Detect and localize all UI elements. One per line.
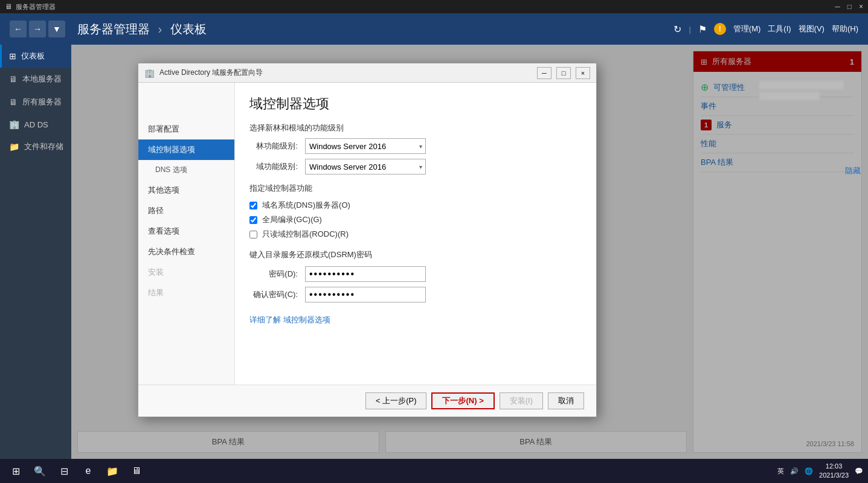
back-button[interactable]: ← [10, 21, 27, 37]
search-button[interactable]: 🔍 [29, 461, 51, 481]
explorer-button[interactable]: 📁 [101, 461, 123, 481]
nav-other-options[interactable]: 其他选项 [138, 180, 234, 200]
menu-tools[interactable]: 工具(I) [768, 24, 791, 34]
taskbar-time: 12:03 2021/3/23 [819, 462, 849, 481]
forest-level-label: 林功能级别: [249, 141, 298, 152]
domain-level-row: 域功能级别: Windows Server 2016 Windows Serve… [249, 159, 582, 174]
nav-buttons: ← → ▼ [10, 21, 65, 37]
start-button[interactable]: ⊞ [5, 461, 27, 481]
dsrm-label: 键入目录服务还原模式(DSRM)密码 [249, 249, 582, 260]
sound-icon: 🔊 [790, 467, 799, 475]
dialog-link: 详细了解 域控制器选项 [249, 315, 582, 325]
forest-level-select-wrapper: Windows Server 2016 Windows Server 2012 … [305, 138, 426, 154]
taskbar-right: 英 🔊 🌐 12:03 2021/3/23 💬 [777, 462, 863, 481]
dialog-title-controls: ─ □ × [537, 67, 590, 79]
domain-level-select-wrapper: Windows Server 2016 Windows Server 2012 … [305, 159, 426, 174]
nav-path[interactable]: 路径 [138, 200, 234, 221]
domain-level-select[interactable]: Windows Server 2016 Windows Server 2012 … [305, 159, 426, 174]
hide-link[interactable]: 隐藏 [845, 165, 861, 176]
task-view-button[interactable]: ⊟ [53, 461, 75, 481]
sidebar-label-files: 文件和存储 [24, 141, 63, 152]
checkbox-section: 域名系统(DNS)服务器(O) 全局编录(GC)(G) 只读域控制器(RODC)… [249, 200, 582, 240]
sidebar-item-files[interactable]: 📁 文件和存储 [0, 135, 71, 158]
dialog-footer: < 上一步(P) 下一步(N) > 安装(I) 取消 [138, 385, 596, 417]
notification-icon[interactable]: 💬 [855, 467, 863, 475]
dropdown-button[interactable]: ▼ [48, 21, 65, 37]
cancel-button[interactable]: 取消 [548, 392, 584, 409]
confirm-input[interactable] [305, 287, 426, 302]
minimize-btn[interactable]: ─ [835, 2, 840, 11]
nav-dc-options[interactable]: 域控制器选项 [138, 139, 234, 160]
nav-install: 安装 [138, 262, 234, 283]
forward-button[interactable]: → [29, 21, 46, 37]
breadcrumb-current: 仪表板 [170, 22, 207, 36]
app-body: ⊞ 仪表板 🖥 本地服务器 🖥 所有服务器 🏢 AD DS 📁 文件和存储 ⊞ … [0, 45, 868, 483]
ad-wizard-dialog: 🏢 Active Directory 域服务配置向导 ─ □ × 部署配置 域控… [138, 63, 597, 417]
toolbar-right: ↻ | ⚑ ! 管理(M) 工具(I) 视图(V) 帮助(H) [674, 23, 858, 35]
sidebar-item-local[interactable]: 🖥 本地服务器 [0, 68, 71, 91]
nav-dns-options[interactable]: DNS 选项 [138, 160, 234, 180]
dialog-close[interactable]: × [576, 67, 590, 79]
password-label: 密码(D): [249, 269, 298, 280]
password-row: 密码(D): [249, 266, 582, 282]
nav-deploy-config[interactable]: 部署配置 [138, 119, 234, 139]
sidebar-item-adds[interactable]: 🏢 AD DS [0, 114, 71, 135]
sidebar-label-local: 本地服务器 [22, 74, 62, 85]
nav-review[interactable]: 查看选项 [138, 221, 234, 242]
blurred-area [759, 81, 844, 100]
taskbar: ⊞ 🔍 ⊟ e 📁 🖥 英 🔊 🌐 12:03 2021/3/23 💬 [0, 459, 868, 483]
menu-view[interactable]: 视图(V) [799, 24, 825, 34]
dns-checkbox-row: 域名系统(DNS)服务器(O) [249, 200, 582, 211]
dns-checkbox[interactable] [249, 202, 257, 210]
dc-capabilities-label: 指定域控制器功能 [249, 183, 582, 194]
dialog-titlebar: 🏢 Active Directory 域服务配置向导 ─ □ × [138, 63, 596, 83]
ie-button[interactable]: e [77, 461, 99, 481]
confirm-label: 确认密码(C): [249, 289, 298, 300]
dialog-minimize[interactable]: ─ [537, 67, 551, 79]
sidebar-item-all[interactable]: 🖥 所有服务器 [0, 91, 71, 114]
breadcrumb-root: 服务器管理器 [77, 22, 150, 36]
next-button[interactable]: 下一步(N) > [431, 392, 494, 409]
nav-result: 结果 [138, 283, 234, 303]
rodc-checkbox[interactable] [249, 231, 257, 238]
close-btn[interactable]: × [859, 2, 863, 11]
dialog-body: 部署配置 域控制器选项 DNS 选项 其他选项 路径 查看选项 先决条件检查 安… [138, 83, 596, 385]
dialog-content: 域控制器选项 选择新林和根域的功能级别 林功能级别: [235, 83, 596, 385]
sidebar-label-dashboard: 仪表板 [21, 51, 45, 62]
gc-label: 全局编录(GC)(G) [262, 214, 322, 225]
sidebar-item-dashboard[interactable]: ⊞ 仪表板 [0, 45, 71, 68]
files-icon: 📁 [9, 142, 19, 152]
menu-manage[interactable]: 管理(M) [733, 24, 761, 34]
main-content: ⊞ 所有服务器 1 ⊕ 可管理性 事件 1 服务 性能 [71, 45, 868, 483]
dialog-title: Active Directory 域服务配置向导 [159, 68, 263, 78]
refresh-icon[interactable]: ↻ [674, 24, 681, 35]
gc-checkbox[interactable] [249, 216, 257, 224]
all-servers-icon: 🖥 [9, 97, 18, 107]
dashboard-icon: ⊞ [9, 51, 16, 61]
sidebar-label-all: 所有服务器 [22, 97, 62, 107]
breadcrumb-separator: › [158, 22, 166, 36]
adds-icon: 🏢 [9, 120, 19, 129]
network-icon: 🌐 [805, 467, 813, 475]
server-manager-button[interactable]: 🖥 [126, 461, 147, 481]
password-input[interactable] [305, 266, 426, 282]
forest-level-select[interactable]: Windows Server 2016 Windows Server 2012 … [305, 138, 426, 154]
warning-badge[interactable]: ! [714, 23, 726, 35]
titlebar-controls: ─ □ × [835, 2, 863, 11]
nav-prereq[interactable]: 先决条件检查 [138, 242, 234, 262]
learn-more-link[interactable]: 详细了解 域控制器选项 [249, 315, 330, 324]
functional-level-label: 选择新林和根域的功能级别 [249, 123, 582, 133]
sidebar-label-adds: AD DS [24, 120, 48, 129]
dialog-maximize[interactable]: □ [556, 67, 571, 79]
main-toolbar: ← → ▼ 服务器管理器 › 仪表板 ↻ | ⚑ ! 管理(M) 工具(I) 视… [0, 13, 868, 45]
maximize-btn[interactable]: □ [847, 2, 852, 11]
install-button[interactable]: 安装(I) [500, 392, 543, 409]
dns-label: 域名系统(DNS)服务器(O) [262, 200, 350, 211]
back-button[interactable]: < 上一步(P) [365, 392, 427, 409]
local-server-icon: 🖥 [9, 74, 18, 84]
dialog-nav: 部署配置 域控制器选项 DNS 选项 其他选项 路径 查看选项 先决条件检查 安… [138, 83, 235, 385]
menu-help[interactable]: 帮助(H) [832, 24, 858, 34]
gc-checkbox-row: 全局编录(GC)(G) [249, 214, 582, 225]
modal-overlay: 🏢 Active Directory 域服务配置向导 ─ □ × 部署配置 域控… [71, 45, 868, 459]
rodc-checkbox-row: 只读域控制器(RODC)(R) [249, 229, 582, 240]
